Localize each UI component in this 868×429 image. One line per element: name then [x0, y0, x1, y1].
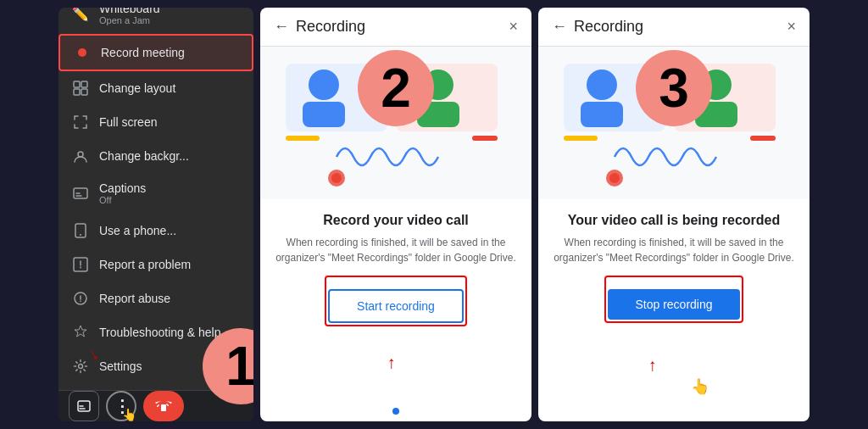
svg-rect-0 [74, 81, 80, 87]
whiteboard-icon: ✏️ [72, 8, 89, 22]
svg-rect-15 [303, 102, 345, 127]
start-recording-button[interactable]: Start recording [328, 289, 464, 323]
more-options-btn[interactable]: ⋮ 👆 [106, 391, 136, 421]
whiteboard-label: Whiteboard [99, 8, 160, 15]
layout-icon [72, 80, 89, 97]
svg-rect-18 [286, 136, 320, 141]
svg-rect-29 [750, 136, 776, 141]
record-label: Record meeting [101, 46, 185, 59]
menu-item-record[interactable]: Record meeting [58, 34, 253, 71]
svg-rect-19 [472, 136, 498, 141]
troubleshooting-label: Troubleshooting & help [99, 326, 220, 339]
arrow-3: ↓ [648, 358, 657, 377]
close-button-3[interactable]: × [787, 18, 796, 36]
svg-rect-2 [74, 89, 80, 95]
menu-item-captions[interactable]: Captions Off [58, 173, 253, 214]
dialog-description: When recording is finished, it will be s… [274, 235, 518, 265]
fullscreen-label: Full screen [99, 115, 157, 129]
captions-sublabel: Off [99, 195, 146, 205]
menu-item-report-abuse[interactable]: Report abuse [58, 281, 253, 315]
menu-item-fullscreen[interactable]: Full screen [58, 105, 253, 139]
background-label: Change backgr... [99, 149, 189, 163]
svg-point-6 [80, 234, 81, 236]
menu-item-phone[interactable]: Use a phone... [58, 214, 253, 248]
svg-point-16 [423, 70, 453, 100]
layout-label: Change layout [99, 81, 175, 95]
menu-item-background[interactable]: Change backgr... [58, 139, 253, 173]
dialog-title-3: Recording [574, 18, 780, 36]
settings-label: Settings [99, 359, 142, 373]
menu-item-layout[interactable]: Change layout [58, 71, 253, 105]
menu-item-report-problem[interactable]: Report a problem [58, 248, 253, 281]
cursor-hand-3: 👆 [691, 377, 709, 396]
svg-rect-11 [161, 404, 166, 411]
back-button[interactable]: ← [274, 18, 289, 36]
dialog-active-title: Your video call is being recorded [568, 213, 780, 228]
troubleshooting-icon [72, 324, 89, 341]
dialog-active-description: When recording is finished, it will be s… [552, 235, 796, 265]
phone-label: Use a phone... [99, 224, 176, 237]
menu-list: ✏️ Whiteboard Open a Jam Record meeting [58, 8, 253, 390]
stop-recording-button[interactable]: Stop recording [608, 289, 739, 320]
phone-icon [72, 222, 89, 239]
svg-point-24 [587, 70, 617, 100]
dialog-body-active: Your video call is being recorded When r… [538, 199, 810, 421]
toolbar: ⋮ 👆 [58, 390, 253, 421]
svg-rect-17 [417, 102, 459, 127]
svg-point-21 [331, 173, 342, 183]
report-abuse-icon [72, 290, 89, 307]
svg-point-14 [309, 70, 339, 100]
svg-point-31 [609, 173, 620, 183]
stop-recording-wrapper: Stop recording [608, 279, 739, 320]
svg-rect-28 [564, 136, 598, 141]
settings-icon [72, 358, 89, 375]
recording-dialog-header: ← Recording × [260, 8, 531, 47]
arrow-2: ↓ [387, 355, 396, 375]
captions-label: Captions [99, 181, 146, 195]
menu-item-whiteboard[interactable]: ✏️ Whiteboard Open a Jam [58, 8, 253, 34]
start-recording-wrapper: Start recording [328, 279, 464, 323]
svg-rect-3 [81, 89, 87, 95]
dialog-main-title: Record your video call [323, 213, 469, 228]
svg-point-4 [78, 152, 83, 157]
svg-rect-27 [695, 102, 737, 127]
recording-active-illustration [538, 47, 810, 199]
report-problem-icon [72, 256, 89, 273]
report-problem-label: Report a problem [99, 258, 191, 271]
menu-item-troubleshooting[interactable]: Troubleshooting & help [58, 315, 253, 349]
dialog-body-start: Record your video call When recording is… [260, 199, 531, 421]
end-call-btn[interactable] [143, 391, 184, 421]
fullscreen-icon [72, 114, 89, 131]
panel-recording-active: ← Recording × Your video call is being r… [538, 8, 810, 421]
cursor-hand-icon: 👆 [122, 408, 136, 421]
background-icon [72, 148, 89, 164]
recording-active-header: ← Recording × [538, 8, 810, 47]
report-abuse-label: Report abuse [99, 292, 170, 305]
page-indicator [392, 408, 399, 415]
svg-rect-1 [81, 81, 87, 87]
svg-point-26 [701, 70, 732, 100]
back-button-3[interactable]: ← [552, 18, 567, 36]
svg-rect-25 [581, 102, 623, 127]
panel-menu: ✏️ Whiteboard Open a Jam Record meeting [58, 8, 253, 421]
captions-icon [72, 185, 89, 202]
panel-recording-start: ← Recording × Record [260, 8, 531, 421]
recording-illustration [260, 47, 531, 199]
caption-toolbar-btn[interactable] [69, 391, 99, 421]
whiteboard-sublabel: Open a Jam [99, 15, 160, 25]
close-button[interactable]: × [509, 18, 518, 36]
record-icon [74, 44, 91, 61]
menu-item-settings[interactable]: Settings [58, 349, 253, 383]
svg-point-9 [79, 365, 83, 369]
dialog-title: Recording [296, 18, 502, 36]
